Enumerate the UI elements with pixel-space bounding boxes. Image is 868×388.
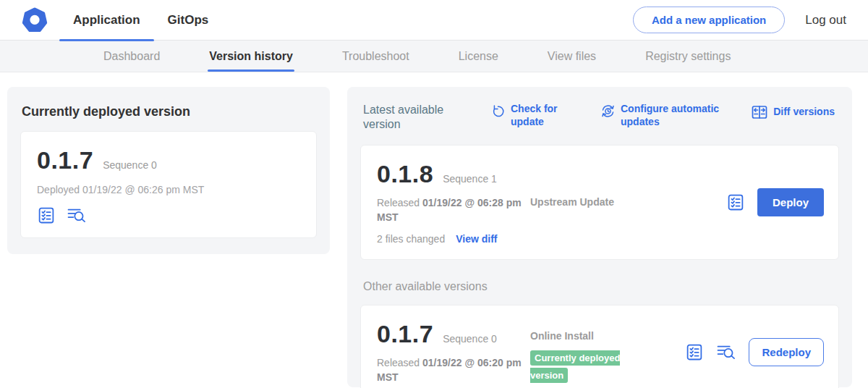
currently-deployed-panel: Currently deployed version 0.1.7 Sequenc… (7, 87, 330, 254)
diff-versions-button[interactable]: Diff versions (751, 103, 835, 121)
deploy-logs-icon[interactable] (67, 206, 87, 224)
latest-header-row: Latest available version Check for updat… (363, 103, 838, 132)
main-content: Currently deployed version 0.1.7 Sequenc… (0, 72, 868, 387)
refresh-icon (490, 104, 506, 119)
latest-version-number: 0.1.8 (377, 160, 433, 188)
configure-automatic-updates-button[interactable]: Configure automatic updates (600, 103, 729, 128)
top-tab-gitops[interactable]: GitOps (154, 0, 223, 41)
top-tab-application[interactable]: Application (59, 0, 154, 41)
preflight-checklist-icon[interactable] (37, 206, 56, 224)
deployed-sequence-label: Sequence 0 (103, 159, 157, 171)
deployed-version-card: 0.1.7 Sequence 0 Deployed 01/19/22 @ 06:… (20, 131, 317, 238)
other-versions-heading: Other available versions (363, 280, 836, 293)
deployed-version-number: 0.1.7 (37, 146, 93, 174)
check-for-update-button[interactable]: Check for update (490, 103, 567, 128)
clock-cycle-icon (600, 104, 616, 119)
preflight-checklist-icon[interactable] (685, 343, 704, 361)
other-version-source: Online Install (530, 330, 685, 342)
check-for-update-label: Check for update (511, 103, 567, 128)
other-version-card: 0.1.7 Sequence 0 Released 01/19/22 @ 06:… (360, 305, 839, 388)
latest-version-source: Upstream Update (529, 196, 726, 208)
tab-registry-settings[interactable]: Registry settings (645, 41, 731, 72)
diff-columns-icon (751, 104, 768, 121)
view-diff-link[interactable]: View diff (456, 233, 497, 245)
currently-deployed-badge: Currently deployed version (530, 350, 620, 384)
available-versions-panel: Latest available version Check for updat… (347, 87, 852, 387)
deployed-timestamp: Deployed 01/19/22 @ 06:26 pm MST (37, 184, 302, 195)
tab-troubleshoot[interactable]: Troubleshoot (342, 41, 409, 72)
other-released-timestamp: Released 01/19/22 @ 06:20 pm MST (377, 355, 525, 385)
add-application-button[interactable]: Add a new application (633, 7, 785, 33)
app-logo-icon[interactable] (22, 7, 48, 33)
tab-version-history[interactable]: Version history (209, 41, 293, 72)
files-changed-label: 2 files changed (377, 233, 445, 245)
other-sequence-label: Sequence 0 (443, 333, 497, 345)
tab-view-files[interactable]: View files (548, 41, 596, 72)
preflight-checklist-icon[interactable] (726, 193, 745, 211)
currently-deployed-title: Currently deployed version (22, 104, 317, 119)
redeploy-button[interactable]: Redeploy (749, 338, 824, 366)
configure-automatic-updates-label: Configure automatic updates (621, 103, 729, 128)
diff-versions-label: Diff versions (773, 106, 835, 119)
latest-released-timestamp: Released 01/19/22 @ 06:28 pm MST (377, 195, 525, 225)
latest-sequence-label: Sequence 1 (443, 173, 497, 185)
deploy-logs-icon[interactable] (716, 343, 736, 361)
sub-nav: Dashboard Version history Troubleshoot L… (0, 41, 868, 72)
logout-link[interactable]: Log out (805, 13, 846, 28)
other-version-number: 0.1.7 (377, 320, 433, 348)
top-nav: Application GitOps Add a new application… (0, 0, 868, 41)
other-version-source-block: Online Install Currently deployed versio… (529, 330, 685, 385)
latest-available-heading: Latest available version (363, 103, 459, 132)
tab-license[interactable]: License (459, 41, 498, 72)
deploy-button[interactable]: Deploy (757, 188, 824, 216)
tab-dashboard[interactable]: Dashboard (103, 41, 160, 72)
latest-version-card: 0.1.8 Sequence 1 Released 01/19/22 @ 06:… (360, 145, 839, 260)
